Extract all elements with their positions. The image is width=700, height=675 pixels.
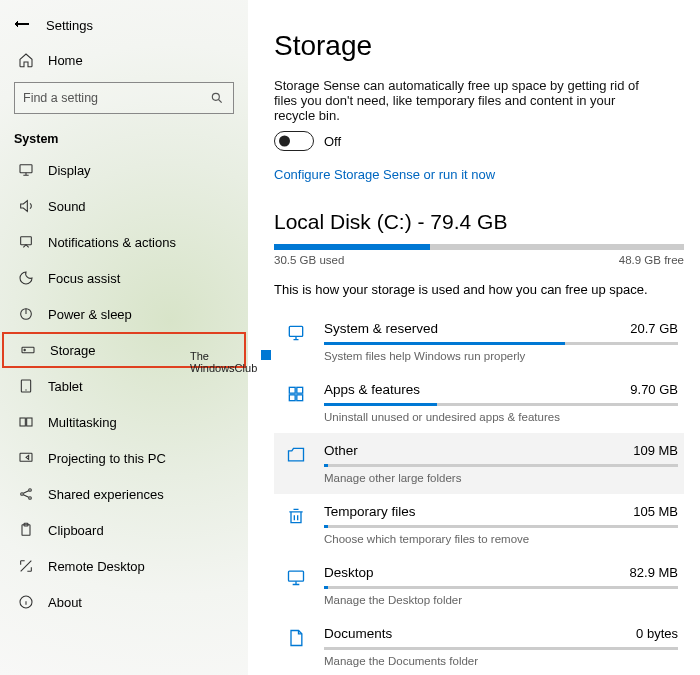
search-icon [209,90,225,106]
sidebar-item-notifications[interactable]: Notifications & actions [0,224,248,260]
category-name: Desktop [324,565,620,580]
nav-label: Multitasking [48,415,117,430]
sidebar-item-multitasking[interactable]: Multitasking [0,404,248,440]
nav-label: Storage [50,343,96,358]
category-subtitle: Uninstall unused or undesired apps & fea… [324,411,678,423]
sidebar-item-display[interactable]: Display [0,152,248,188]
nav-label: Focus assist [48,271,120,286]
nav-label: Tablet [48,379,83,394]
sidebar-item-about[interactable]: About [0,584,248,620]
desktop-icon [278,565,314,606]
sidebar-item-home[interactable]: Home [0,44,248,78]
toggle-state: Off [324,134,341,149]
remote-icon [18,558,34,574]
disk-usage-bar [274,244,684,250]
category-system[interactable]: System & reserved20.7 GBSystem files hel… [274,311,684,372]
sound-icon [18,198,34,214]
other-icon [278,443,314,484]
category-size: 9.70 GB [630,382,678,397]
category-bar [324,403,678,406]
category-name: Other [324,443,623,458]
nav-label: About [48,595,82,610]
storage-sense-description: Storage Sense can automatically free up … [274,78,654,123]
watermark-line2: WindowsClub [190,362,257,374]
sidebar-item-power[interactable]: Power & sleep [0,296,248,332]
svg-rect-18 [297,387,303,393]
storage-icon [20,342,36,358]
main-panel: Storage Storage Sense can automatically … [248,0,700,675]
tablet-icon [18,378,34,394]
watermark-square-icon [261,350,271,360]
category-subtitle: Manage the Documents folder [324,655,678,667]
sidebar-item-remote[interactable]: Remote Desktop [0,548,248,584]
category-bar [324,586,678,589]
category-subtitle: Manage the Desktop folder [324,594,678,606]
apps-icon [278,382,314,423]
nav-label: Power & sleep [48,307,132,322]
watermark-line1: The [190,350,257,362]
svg-rect-8 [27,418,32,426]
category-documents[interactable]: Documents0 bytesManage the Documents fol… [274,616,684,675]
sidebar-item-clipboard[interactable]: Clipboard [0,512,248,548]
home-label: Home [48,53,83,68]
free-label: 48.9 GB free [619,254,684,266]
category-size: 109 MB [633,443,678,458]
nav-label: Notifications & actions [48,235,176,250]
category-bar [324,342,678,345]
back-button[interactable]: 🠔 [14,16,30,34]
category-name: Apps & features [324,382,620,397]
sidebar-item-shared[interactable]: Shared experiences [0,476,248,512]
category-subtitle: System files help Windows run properly [324,350,678,362]
category-subtitle: Manage other large folders [324,472,678,484]
about-icon [18,594,34,610]
svg-rect-21 [289,571,304,581]
svg-point-10 [21,493,24,496]
usage-hint: This is how your storage is used and how… [274,282,684,297]
nav-label: Projecting to this PC [48,451,166,466]
category-other[interactable]: Other109 MBManage other large folders [274,433,684,494]
used-label: 30.5 GB used [274,254,344,266]
window-title: Settings [46,18,93,33]
svg-rect-2 [21,237,32,245]
disk-title: Local Disk (C:) - 79.4 GB [274,210,684,234]
search-placeholder: Find a setting [23,91,209,105]
storage-sense-toggle[interactable] [274,131,314,151]
system-icon [278,321,314,362]
sidebar-item-sound[interactable]: Sound [0,188,248,224]
category-apps[interactable]: Apps & features9.70 GBUninstall unused o… [274,372,684,433]
category-name: Documents [324,626,626,641]
svg-rect-1 [20,165,32,173]
configure-link[interactable]: Configure Storage Sense or run it now [274,167,495,182]
svg-point-5 [24,349,25,350]
temp-icon [278,504,314,545]
documents-icon [278,626,314,667]
category-bar [324,647,678,650]
sidebar-item-focus[interactable]: Focus assist [0,260,248,296]
projecting-icon [18,450,34,466]
category-bar [324,464,678,467]
svg-rect-7 [20,418,25,426]
category-size: 82.9 MB [630,565,678,580]
nav-label: Shared experiences [48,487,164,502]
category-temp[interactable]: Temporary files105 MBChoose which tempor… [274,494,684,555]
watermark: The WindowsClub [190,350,257,374]
section-header: System [0,124,248,152]
category-size: 0 bytes [636,626,678,641]
category-subtitle: Choose which temporary files to remove [324,533,678,545]
focus-icon [18,270,34,286]
search-input[interactable]: Find a setting [14,82,234,114]
sidebar: 🠔 Settings Home Find a setting System Di… [0,0,248,675]
category-size: 20.7 GB [630,321,678,336]
notifications-icon [18,234,34,250]
category-size: 105 MB [633,504,678,519]
power-icon [18,306,34,322]
svg-rect-17 [289,387,295,393]
nav-label: Clipboard [48,523,104,538]
svg-point-0 [212,93,219,100]
category-desktop[interactable]: Desktop82.9 MBManage the Desktop folder [274,555,684,616]
svg-rect-19 [289,395,295,401]
shared-icon [18,486,34,502]
sidebar-item-projecting[interactable]: Projecting to this PC [0,440,248,476]
nav-label: Display [48,163,91,178]
clipboard-icon [18,522,34,538]
